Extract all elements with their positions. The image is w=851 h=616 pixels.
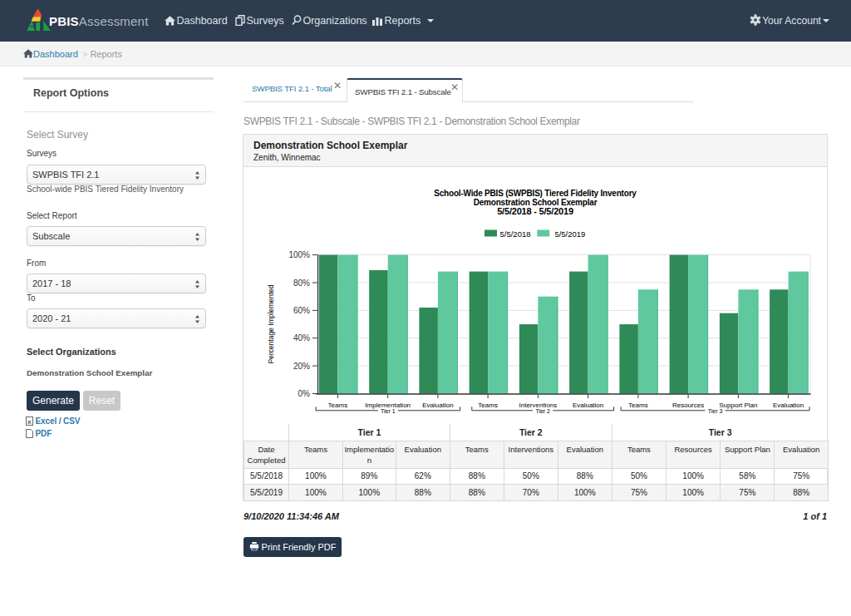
svg-text:100%: 100% (288, 250, 310, 259)
svg-text:20%: 20% (293, 362, 310, 371)
svg-text:5/5/2018 - 5/5/2019: 5/5/2018 - 5/5/2019 (497, 206, 573, 216)
svg-text:Evaluation: Evaluation (573, 402, 603, 409)
svg-text:0%: 0% (298, 389, 311, 398)
svg-text:5/5/2018: 5/5/2018 (500, 229, 531, 239)
svg-text:Evaluation: Evaluation (773, 402, 804, 409)
svg-text:5/5/2019: 5/5/2019 (554, 229, 585, 239)
svg-text:60%: 60% (293, 306, 310, 315)
svg-text:Teams: Teams (328, 402, 348, 409)
svg-text:Teams: Teams (478, 402, 498, 409)
svg-text:Percentage Implemented: Percentage Implemented (267, 284, 275, 363)
svg-text:40%: 40% (293, 333, 310, 342)
svg-text:80%: 80% (293, 278, 310, 288)
svg-text:Tier 3: Tier 3 (708, 408, 723, 414)
svg-text:Tier 2: Tier 2 (535, 408, 550, 414)
svg-text:Evaluation: Evaluation (422, 402, 453, 409)
svg-text:School-Wide PBIS (SWPBIS) Tier: School-Wide PBIS (SWPBIS) Tiered Fidelit… (434, 189, 637, 198)
svg-text:Tier 1: Tier 1 (381, 408, 396, 414)
svg-text:Teams: Teams (628, 402, 648, 409)
svg-text:Resources: Resources (672, 402, 704, 409)
